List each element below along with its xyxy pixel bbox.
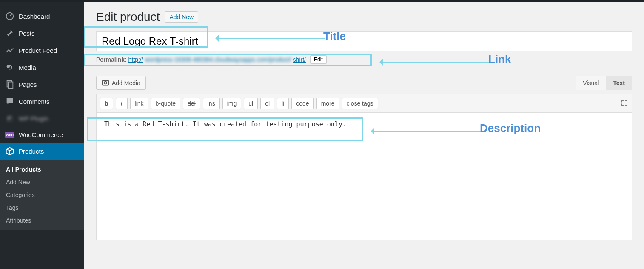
submenu-tags[interactable]: Tags	[0, 201, 84, 214]
admin-sidebar: Dashboard Posts Product Feed Media Pages…	[0, 2, 84, 269]
add-media-label: Add Media	[112, 80, 140, 86]
description-text: This is a Red T-shirt. It was created fo…	[104, 120, 346, 128]
sidebar-item-woocommerce[interactable]: woo WooCommerce	[0, 127, 84, 143]
sidebar-item-label: WP Plugin	[19, 115, 48, 122]
toolbar-more-button[interactable]: more	[316, 98, 339, 109]
main-content: Edit product Add New Permalink: http://w…	[84, 2, 644, 269]
toolbar-bquote-button[interactable]: b-quote	[151, 98, 180, 109]
sidebar-item-product-feed[interactable]: Product Feed	[0, 42, 84, 59]
sidebar-item-label: Comments	[19, 98, 50, 105]
toolbar-ins-button[interactable]: ins	[203, 98, 220, 109]
comment-icon	[5, 97, 14, 106]
sidebar-item-products[interactable]: Products	[0, 143, 84, 160]
box-icon	[5, 147, 14, 155]
sidebar-item-media[interactable]: Media	[0, 59, 84, 76]
toolbar-li-button[interactable]: li	[277, 98, 289, 109]
submenu-attributes[interactable]: Attributes	[0, 214, 84, 227]
tab-visual[interactable]: Visual	[576, 76, 606, 90]
sidebar-item-label: Products	[19, 148, 44, 155]
media-icon	[5, 63, 14, 72]
toolbar-del-button[interactable]: del	[183, 98, 200, 109]
toolbar-ol-button[interactable]: ol	[260, 98, 274, 109]
sidebar-item-label: Media	[19, 64, 36, 71]
dashboard-icon	[5, 12, 14, 20]
sidebar-item-label: Product Feed	[19, 47, 57, 54]
toolbar-closetags-button[interactable]: close tags	[342, 98, 378, 109]
add-media-button[interactable]: Add Media	[96, 76, 146, 90]
sidebar-item-hidden[interactable]: ◩ WP Plugin	[0, 110, 84, 127]
toolbar-img-button[interactable]: img	[222, 98, 242, 109]
toolbar-code-button[interactable]: code	[291, 98, 313, 109]
page-title: Edit product	[96, 10, 160, 24]
svg-rect-3	[8, 82, 13, 89]
product-title-input[interactable]	[96, 31, 632, 51]
toolbar-ul-button[interactable]: ul	[244, 98, 258, 109]
sidebar-item-label: WooCommerce	[19, 131, 63, 138]
sidebar-submenu: All Products Add New Categories Tags Att…	[0, 160, 84, 230]
add-new-button[interactable]: Add New	[165, 11, 198, 23]
svg-rect-6	[104, 80, 107, 81]
feed-icon	[5, 46, 14, 54]
sidebar-item-label: Dashboard	[19, 13, 50, 20]
permalink-row: Permalink: http://wordpress-16308-480384…	[96, 55, 632, 64]
plugin-icon: ◩	[5, 114, 14, 123]
sidebar-item-label: Posts	[19, 30, 35, 37]
sidebar-item-posts[interactable]: Posts	[0, 25, 84, 42]
submenu-categories[interactable]: Categories	[0, 189, 84, 201]
sidebar-item-pages[interactable]: Pages	[0, 76, 84, 93]
fullscreen-icon[interactable]	[621, 99, 628, 108]
sidebar-item-dashboard[interactable]: Dashboard	[0, 8, 84, 25]
permalink-url-prefix[interactable]: http://	[128, 56, 143, 63]
description-editor[interactable]: This is a Red T-shirt. It was created fo…	[96, 113, 632, 240]
sidebar-item-label: Pages	[19, 81, 37, 88]
toolbar-bold-button[interactable]: b	[100, 98, 113, 109]
permalink-url-blurred: wordpress-16308-480384.cloudwaysapps.com…	[145, 56, 291, 63]
permalink-label: Permalink:	[96, 56, 127, 63]
permalink-edit-button[interactable]: Edit	[310, 55, 327, 64]
pages-icon	[5, 80, 14, 89]
tab-text[interactable]: Text	[606, 76, 632, 90]
editor-toolbar: b i link b-quote del ins img ul ol li co…	[96, 94, 632, 113]
woo-icon: woo	[5, 132, 14, 138]
sidebar-item-comments[interactable]: Comments	[0, 93, 84, 110]
permalink-url-suffix[interactable]: shirt/	[293, 56, 306, 63]
editor-tabs: Visual Text	[576, 76, 632, 90]
svg-point-5	[104, 82, 107, 84]
submenu-all-products[interactable]: All Products	[0, 163, 84, 176]
submenu-add-new[interactable]: Add New	[0, 176, 84, 189]
camera-icon	[102, 79, 109, 87]
toolbar-italic-button[interactable]: i	[116, 98, 128, 109]
pin-icon	[5, 29, 14, 37]
toolbar-link-button[interactable]: link	[130, 98, 148, 109]
